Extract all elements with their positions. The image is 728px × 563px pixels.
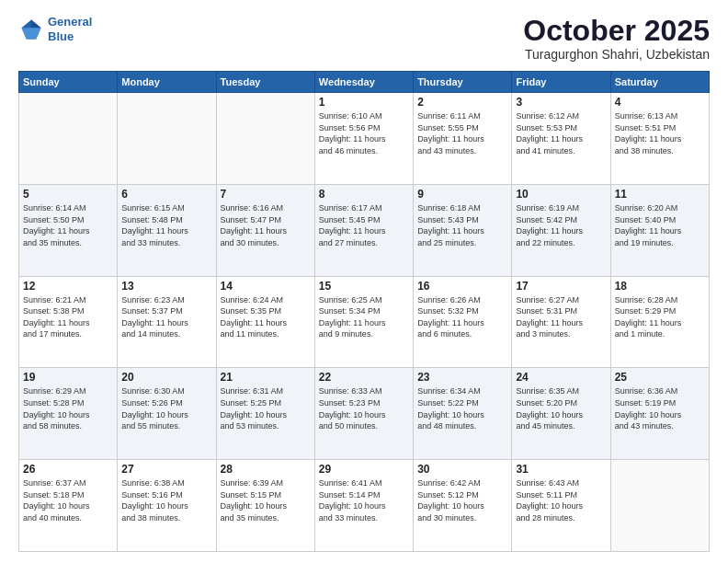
day-number: 23: [417, 371, 507, 384]
col-tuesday: Tuesday: [216, 72, 314, 93]
cell-w4-d2: 21Sunrise: 6:31 AM Sunset: 5:25 PM Dayli…: [216, 368, 314, 460]
day-info: Sunrise: 6:43 AM Sunset: 5:11 PM Dayligh…: [516, 477, 606, 523]
cell-w5-d5: 31Sunrise: 6:43 AM Sunset: 5:11 PM Dayli…: [512, 460, 610, 552]
day-number: 1: [319, 96, 409, 109]
day-number: 5: [23, 188, 113, 201]
cell-w2-d3: 8Sunrise: 6:17 AM Sunset: 5:45 PM Daylig…: [314, 184, 413, 276]
day-number: 13: [121, 280, 211, 293]
cell-w1-d2: [216, 93, 314, 185]
cell-w2-d2: 7Sunrise: 6:16 AM Sunset: 5:47 PM Daylig…: [216, 184, 314, 276]
cell-w3-d4: 16Sunrise: 6:26 AM Sunset: 5:32 PM Dayli…: [414, 276, 512, 368]
day-info: Sunrise: 6:23 AM Sunset: 5:37 PM Dayligh…: [121, 294, 211, 340]
week-row-4: 19Sunrise: 6:29 AM Sunset: 5:28 PM Dayli…: [19, 368, 710, 460]
day-number: 28: [221, 463, 311, 476]
day-number: 24: [516, 371, 606, 384]
day-info: Sunrise: 6:39 AM Sunset: 5:15 PM Dayligh…: [221, 477, 311, 523]
day-info: Sunrise: 6:36 AM Sunset: 5:19 PM Dayligh…: [615, 385, 705, 431]
title-block: October 2025 Turagurghon Shahri, Uzbekis…: [523, 15, 710, 62]
day-number: 26: [23, 463, 113, 476]
day-number: 20: [121, 371, 211, 384]
cell-w3-d0: 12Sunrise: 6:21 AM Sunset: 5:38 PM Dayli…: [19, 276, 118, 368]
logo: General Blue: [18, 15, 92, 43]
day-info: Sunrise: 6:25 AM Sunset: 5:34 PM Dayligh…: [319, 294, 409, 340]
cell-w1-d3: 1Sunrise: 6:10 AM Sunset: 5:56 PM Daylig…: [314, 93, 413, 185]
day-number: 22: [319, 371, 409, 384]
svg-marker-2: [22, 28, 41, 39]
cell-w1-d0: [19, 93, 118, 185]
day-info: Sunrise: 6:31 AM Sunset: 5:25 PM Dayligh…: [221, 385, 311, 431]
cell-w1-d6: 4Sunrise: 6:13 AM Sunset: 5:51 PM Daylig…: [610, 93, 709, 185]
day-number: 16: [417, 280, 507, 293]
cell-w2-d0: 5Sunrise: 6:14 AM Sunset: 5:50 PM Daylig…: [19, 184, 118, 276]
cell-w3-d5: 17Sunrise: 6:27 AM Sunset: 5:31 PM Dayli…: [512, 276, 610, 368]
day-number: 9: [417, 188, 507, 201]
cell-w3-d3: 15Sunrise: 6:25 AM Sunset: 5:34 PM Dayli…: [314, 276, 413, 368]
day-info: Sunrise: 6:21 AM Sunset: 5:38 PM Dayligh…: [23, 294, 113, 340]
col-wednesday: Wednesday: [314, 72, 413, 93]
cell-w2-d1: 6Sunrise: 6:15 AM Sunset: 5:48 PM Daylig…: [118, 184, 216, 276]
week-row-2: 5Sunrise: 6:14 AM Sunset: 5:50 PM Daylig…: [19, 184, 710, 276]
cell-w4-d4: 23Sunrise: 6:34 AM Sunset: 5:22 PM Dayli…: [414, 368, 512, 460]
day-number: 17: [516, 280, 606, 293]
day-info: Sunrise: 6:42 AM Sunset: 5:12 PM Dayligh…: [417, 477, 507, 523]
cell-w4-d6: 25Sunrise: 6:36 AM Sunset: 5:19 PM Dayli…: [610, 368, 709, 460]
cell-w5-d2: 28Sunrise: 6:39 AM Sunset: 5:15 PM Dayli…: [216, 460, 314, 552]
day-info: Sunrise: 6:35 AM Sunset: 5:20 PM Dayligh…: [516, 385, 606, 431]
header: General Blue October 2025 Turagurghon Sh…: [18, 15, 710, 62]
day-info: Sunrise: 6:17 AM Sunset: 5:45 PM Dayligh…: [319, 202, 409, 248]
day-number: 29: [319, 463, 409, 476]
col-friday: Friday: [512, 72, 610, 93]
day-number: 19: [23, 371, 113, 384]
cell-w3-d2: 14Sunrise: 6:24 AM Sunset: 5:35 PM Dayli…: [216, 276, 314, 368]
calendar-header-row: Sunday Monday Tuesday Wednesday Thursday…: [19, 72, 710, 93]
cell-w1-d5: 3Sunrise: 6:12 AM Sunset: 5:53 PM Daylig…: [512, 93, 610, 185]
day-info: Sunrise: 6:18 AM Sunset: 5:43 PM Dayligh…: [417, 202, 507, 248]
day-number: 21: [221, 371, 311, 384]
day-number: 7: [221, 188, 311, 201]
day-info: Sunrise: 6:20 AM Sunset: 5:40 PM Dayligh…: [615, 202, 705, 248]
day-number: 14: [221, 280, 311, 293]
cell-w4-d5: 24Sunrise: 6:35 AM Sunset: 5:20 PM Dayli…: [512, 368, 610, 460]
day-info: Sunrise: 6:29 AM Sunset: 5:28 PM Dayligh…: [23, 385, 113, 431]
day-number: 4: [615, 96, 705, 109]
cell-w5-d6: [610, 460, 709, 552]
day-number: 3: [516, 96, 606, 109]
logo-icon: [18, 17, 44, 42]
col-saturday: Saturday: [610, 72, 709, 93]
day-number: 8: [319, 188, 409, 201]
day-info: Sunrise: 6:37 AM Sunset: 5:18 PM Dayligh…: [23, 477, 113, 523]
day-info: Sunrise: 6:27 AM Sunset: 5:31 PM Dayligh…: [516, 294, 606, 340]
cell-w4-d0: 19Sunrise: 6:29 AM Sunset: 5:28 PM Dayli…: [19, 368, 118, 460]
day-info: Sunrise: 6:19 AM Sunset: 5:42 PM Dayligh…: [516, 202, 606, 248]
day-info: Sunrise: 6:28 AM Sunset: 5:29 PM Dayligh…: [615, 294, 705, 340]
cell-w2-d4: 9Sunrise: 6:18 AM Sunset: 5:43 PM Daylig…: [414, 184, 512, 276]
day-info: Sunrise: 6:33 AM Sunset: 5:23 PM Dayligh…: [319, 385, 409, 431]
day-info: Sunrise: 6:10 AM Sunset: 5:56 PM Dayligh…: [319, 110, 409, 156]
day-info: Sunrise: 6:30 AM Sunset: 5:26 PM Dayligh…: [121, 385, 211, 431]
cell-w1-d4: 2Sunrise: 6:11 AM Sunset: 5:55 PM Daylig…: [414, 93, 512, 185]
week-row-1: 1Sunrise: 6:10 AM Sunset: 5:56 PM Daylig…: [19, 93, 710, 185]
col-sunday: Sunday: [19, 72, 118, 93]
day-info: Sunrise: 6:41 AM Sunset: 5:14 PM Dayligh…: [319, 477, 409, 523]
svg-marker-1: [31, 19, 41, 28]
day-number: 10: [516, 188, 606, 201]
cell-w2-d5: 10Sunrise: 6:19 AM Sunset: 5:42 PM Dayli…: [512, 184, 610, 276]
col-monday: Monday: [118, 72, 216, 93]
cell-w2-d6: 11Sunrise: 6:20 AM Sunset: 5:40 PM Dayli…: [610, 184, 709, 276]
day-info: Sunrise: 6:38 AM Sunset: 5:16 PM Dayligh…: [121, 477, 211, 523]
day-info: Sunrise: 6:26 AM Sunset: 5:32 PM Dayligh…: [417, 294, 507, 340]
cell-w5-d1: 27Sunrise: 6:38 AM Sunset: 5:16 PM Dayli…: [118, 460, 216, 552]
day-number: 2: [417, 96, 507, 109]
cell-w5-d0: 26Sunrise: 6:37 AM Sunset: 5:18 PM Dayli…: [19, 460, 118, 552]
day-number: 6: [121, 188, 211, 201]
cell-w1-d1: [118, 93, 216, 185]
day-number: 11: [615, 188, 705, 201]
week-row-3: 12Sunrise: 6:21 AM Sunset: 5:38 PM Dayli…: [19, 276, 710, 368]
day-info: Sunrise: 6:13 AM Sunset: 5:51 PM Dayligh…: [615, 110, 705, 156]
day-number: 30: [417, 463, 507, 476]
day-info: Sunrise: 6:14 AM Sunset: 5:50 PM Dayligh…: [23, 202, 113, 248]
day-number: 31: [516, 463, 606, 476]
cell-w5-d4: 30Sunrise: 6:42 AM Sunset: 5:12 PM Dayli…: [414, 460, 512, 552]
month-title: October 2025: [523, 15, 710, 47]
day-info: Sunrise: 6:34 AM Sunset: 5:22 PM Dayligh…: [417, 385, 507, 431]
